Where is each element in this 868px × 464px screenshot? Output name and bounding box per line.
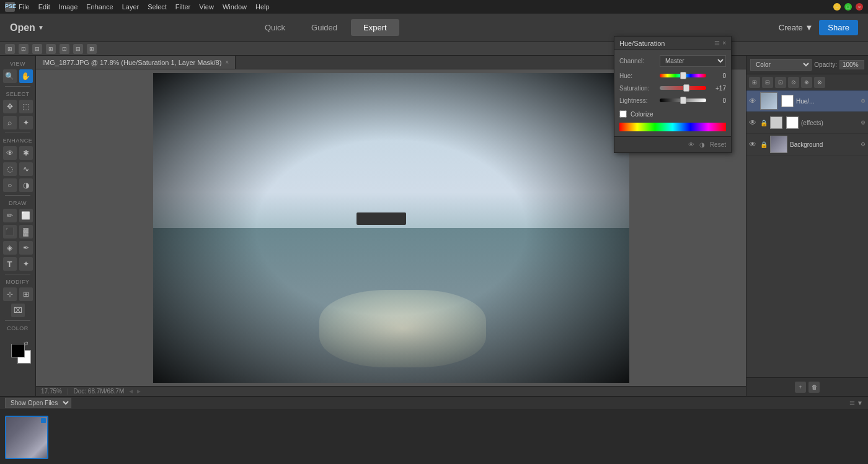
lasso-tool[interactable]: ⌕ xyxy=(3,116,17,129)
layer-icon-3[interactable]: ⊡ xyxy=(775,77,786,88)
layer-item-hue[interactable]: 👁 Hue/... ⚙ xyxy=(746,90,868,112)
straighten-tool[interactable]: ⌧ xyxy=(11,304,25,317)
tab-quick[interactable]: Quick xyxy=(252,19,298,36)
saturation-thumb[interactable] xyxy=(683,84,689,92)
hue-sat-menu-icon[interactable]: ☰ xyxy=(714,40,720,46)
layer-options-icon-1[interactable]: ⚙ xyxy=(861,98,866,104)
layer-thumb-background xyxy=(770,136,787,153)
menu-file[interactable]: File xyxy=(19,3,30,11)
magic-wand-tool[interactable]: ✦ xyxy=(19,116,33,129)
layer-thumb-effects xyxy=(770,116,782,129)
image-tab[interactable]: IMG_1877.JPG @ 17.8% (Hue/Saturation 1, … xyxy=(36,56,236,69)
layer-options-icon-3[interactable]: ⚙ xyxy=(861,141,866,147)
hue-thumb[interactable] xyxy=(680,72,686,79)
zoom-tool[interactable]: 🔍 xyxy=(3,69,17,83)
panels-bottom-toolbar: + 🗑 xyxy=(746,377,868,396)
reset-button[interactable]: Reset xyxy=(710,141,726,148)
colorize-checkbox[interactable] xyxy=(619,110,627,118)
sub-tool-2[interactable]: ⊡ xyxy=(19,44,29,54)
tab-close-icon[interactable]: × xyxy=(225,59,229,66)
stamp-tool[interactable]: ✱ xyxy=(19,146,33,160)
layer-icon-4[interactable]: ⊙ xyxy=(788,77,799,88)
layer-item-background[interactable]: 👁 🔒 Background ⚙ xyxy=(746,134,868,155)
open-button[interactable]: Open ▼ xyxy=(10,22,44,33)
eraser-tool[interactable]: ⬜ xyxy=(19,209,33,222)
opacity-input[interactable] xyxy=(839,60,864,69)
vignette-layer xyxy=(153,73,629,383)
layer-icon-6[interactable]: ⊗ xyxy=(814,77,825,88)
sub-tool-7[interactable]: ⊞ xyxy=(87,44,97,54)
eye-visibility-icon[interactable]: ◑ xyxy=(699,141,705,148)
crop-tool[interactable]: ⊹ xyxy=(3,287,17,301)
hue-sat-panel-header[interactable]: Hue/Saturation ☰ × xyxy=(614,37,731,50)
blend-mode-select[interactable]: Color xyxy=(750,59,812,71)
delete-layer-btn[interactable]: 🗑 xyxy=(808,382,820,393)
sub-tool-5[interactable]: ⊡ xyxy=(60,44,69,54)
foreground-color-swatch[interactable] xyxy=(11,344,25,357)
blur-tool[interactable]: ◌ xyxy=(3,162,17,176)
create-button[interactable]: Create ▼ xyxy=(779,23,813,32)
layer-icon-5[interactable]: ⊕ xyxy=(801,77,812,88)
tab-expert[interactable]: Expert xyxy=(351,19,399,36)
dodge-tool[interactable]: ○ xyxy=(3,178,17,192)
open-dropdown-arrow[interactable]: ▼ xyxy=(38,24,44,31)
pencil-tool[interactable]: ✒ xyxy=(19,241,33,255)
hand-tool[interactable]: ✋ xyxy=(19,69,33,83)
layer-visibility-3[interactable]: 👁 xyxy=(749,140,758,149)
menu-enhance[interactable]: Enhance xyxy=(86,3,113,11)
app-icon: PSE xyxy=(5,2,15,12)
layer-item-effects[interactable]: 👁 🔒 (effects) ⚙ xyxy=(746,112,868,134)
color-replace-tool[interactable]: ◈ xyxy=(3,241,17,255)
menu-layer[interactable]: Layer xyxy=(122,3,140,11)
menu-help[interactable]: Help xyxy=(255,3,270,11)
colorize-label: Colorize xyxy=(631,111,653,118)
paint-bucket-tool[interactable]: ⬛ xyxy=(3,225,17,239)
layer-options-icon-2[interactable]: ⚙ xyxy=(861,120,866,126)
move-tool[interactable]: ✥ xyxy=(3,100,17,113)
marquee-tool[interactable]: ⬚ xyxy=(19,100,33,113)
tab-guided[interactable]: Guided xyxy=(299,19,350,36)
sub-tool-4[interactable]: ⊞ xyxy=(46,44,56,54)
menu-filter[interactable]: Filter xyxy=(175,3,190,11)
canvas-image[interactable] xyxy=(153,73,629,383)
add-layer-btn[interactable]: + xyxy=(795,382,806,393)
layer-thumb-hue xyxy=(760,92,777,110)
select-section-label: SELECT xyxy=(0,89,35,98)
custom-shape-tool[interactable]: ✦ xyxy=(19,257,33,271)
sub-tool-3[interactable]: ⊟ xyxy=(32,44,42,54)
saturation-row: Saturation: +17 xyxy=(619,84,726,92)
filmstrip-dropdown[interactable]: Show Open Files Show All xyxy=(5,398,71,408)
filmstrip-menu-icon[interactable]: ☰ ▼ xyxy=(849,400,863,406)
brush-tool[interactable]: ✏ xyxy=(3,209,17,222)
lightness-thumb[interactable] xyxy=(680,97,686,104)
channel-label: Channel: xyxy=(619,58,660,64)
layer-icon-1[interactable]: ⊞ xyxy=(749,77,760,88)
hue-sat-close-icon[interactable]: × xyxy=(722,40,726,46)
type-tool[interactable]: T xyxy=(3,257,17,271)
saturation-label: Saturation: xyxy=(619,85,660,92)
sub-tool-6[interactable]: ⊟ xyxy=(73,44,83,54)
minimize-button[interactable]: – xyxy=(833,3,841,11)
layer-visibility-2[interactable]: 👁 xyxy=(749,118,758,127)
visibility-icon[interactable]: 👁 xyxy=(688,141,694,148)
close-button[interactable]: × xyxy=(856,3,863,11)
main-area: VIEW 🔍 ✋ SELECT ✥ ⬚ ⌕ ✦ ENHANCE 👁 ✱ ◌ ∿ … xyxy=(0,56,868,396)
burn-tool[interactable]: ◑ xyxy=(19,178,33,192)
share-button[interactable]: Share xyxy=(819,20,858,35)
menu-window[interactable]: Window xyxy=(223,3,247,11)
layer-icon-2[interactable]: ⊟ xyxy=(762,77,773,88)
filmstrip-item-1[interactable] xyxy=(5,416,48,459)
gradient-tool[interactable]: ▓ xyxy=(19,225,33,239)
layer-visibility-1[interactable]: 👁 xyxy=(749,97,758,105)
menu-edit[interactable]: Edit xyxy=(38,3,50,11)
menu-image[interactable]: Image xyxy=(59,3,78,11)
eye-tool[interactable]: 👁 xyxy=(3,146,17,160)
maximize-button[interactable]: □ xyxy=(844,3,852,11)
menu-select[interactable]: Select xyxy=(148,3,167,11)
smudge-tool[interactable]: ∿ xyxy=(19,162,33,176)
hue-value: 0 xyxy=(709,72,726,79)
sub-tool-1[interactable]: ⊞ xyxy=(5,44,15,54)
menu-view[interactable]: View xyxy=(199,3,214,11)
channel-select[interactable]: Master Reds Yellows Greens Cyans Blues M… xyxy=(660,55,726,67)
recompose-tool[interactable]: ⊞ xyxy=(19,287,33,301)
